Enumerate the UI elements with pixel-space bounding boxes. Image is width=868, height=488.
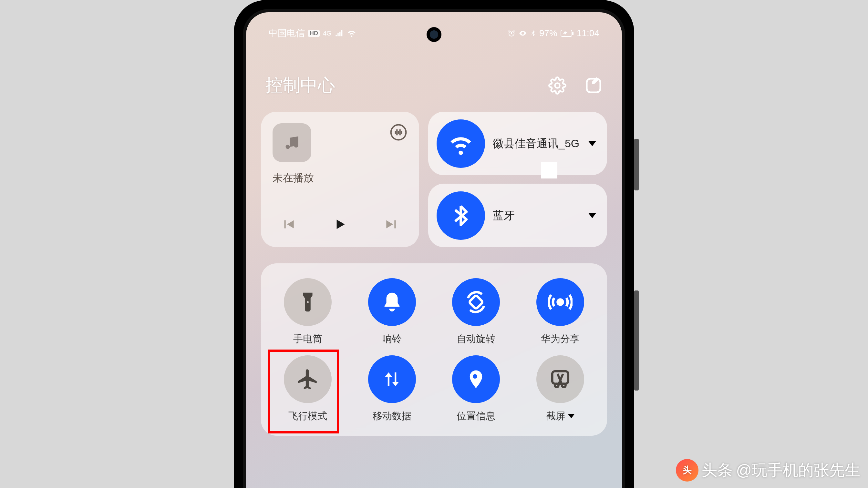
toutiao-logo-icon: 头: [676, 459, 699, 482]
svg-rect-2: [572, 32, 573, 35]
svg-point-3: [555, 83, 560, 88]
music-note-icon: [283, 134, 300, 151]
svg-rect-6: [469, 295, 483, 309]
toggle-label: 位置信息: [457, 410, 495, 423]
screenshot-icon: [550, 368, 571, 390]
page-title: 控制中心: [266, 73, 335, 97]
toggle-label: 飞行模式: [288, 410, 327, 423]
flashlight-toggle[interactable]: 手电筒: [274, 278, 342, 346]
bell-icon: [381, 291, 403, 314]
toggle-label: 手电筒: [293, 332, 322, 346]
airplane-icon: [296, 367, 320, 391]
media-player-card[interactable]: 未在播放: [261, 112, 419, 247]
bluetooth-icon: [530, 29, 536, 38]
wifi-toggle-card[interactable]: 徽县佳音通讯_5G: [428, 112, 607, 175]
previous-track-button[interactable]: [280, 216, 297, 232]
rotate-icon: [464, 290, 488, 314]
wifi-name-label: 徽县佳音通讯_5G: [493, 136, 581, 151]
svg-point-7: [558, 299, 563, 305]
bluetooth-toggle-card[interactable]: 蓝牙: [428, 184, 607, 247]
location-pin-icon: [465, 368, 487, 390]
huawei-share-toggle[interactable]: 华为分享: [526, 278, 594, 346]
wifi-icon: [347, 29, 356, 38]
next-track-button[interactable]: [383, 216, 400, 232]
chevron-down-icon[interactable]: [568, 414, 575, 418]
cast-audio-icon[interactable]: [390, 123, 407, 141]
quick-toggles-panel: 手电筒 响铃 自动旋转 华为分享: [261, 263, 607, 436]
watermark-prefix: 头条: [702, 460, 733, 481]
location-toggle[interactable]: 位置信息: [442, 355, 510, 423]
share-signal-icon: [548, 290, 572, 314]
phone-side-button: [634, 290, 639, 391]
bluetooth-icon: [437, 191, 485, 240]
watermark-handle: @玩手机的张先生: [736, 460, 860, 481]
toggle-label: 自动旋转: [457, 332, 495, 346]
watermark: 头 头条 @玩手机的张先生: [676, 459, 860, 482]
svg-rect-1: [561, 30, 572, 36]
airplane-mode-toggle[interactable]: 飞行模式: [274, 355, 342, 423]
flashlight-icon: [297, 291, 319, 314]
control-center-header: 控制中心: [246, 73, 622, 97]
screenshot-toggle[interactable]: 截屏: [526, 355, 594, 423]
signal-icon: [335, 29, 344, 38]
ringer-toggle[interactable]: 响铃: [358, 278, 426, 346]
album-art-placeholder: [273, 123, 311, 162]
clock: 11:04: [577, 28, 599, 38]
camera-hole: [427, 27, 441, 42]
media-status-label: 未在播放: [273, 171, 407, 185]
hd-badge: HD: [308, 30, 320, 37]
bluetooth-label: 蓝牙: [493, 208, 581, 222]
chevron-down-icon[interactable]: [588, 213, 596, 218]
overlay-artifact: [541, 162, 557, 178]
battery-percent: 97%: [539, 28, 557, 38]
battery-icon: [561, 30, 574, 37]
autorotate-toggle[interactable]: 自动旋转: [442, 278, 510, 346]
toggle-label: 截屏: [546, 410, 565, 423]
network-label: 4G: [323, 30, 332, 37]
toggle-label: 响铃: [382, 332, 402, 346]
edit-icon[interactable]: [585, 76, 602, 95]
toggle-label: 移动数据: [373, 410, 411, 423]
toggle-label: 华为分享: [541, 332, 580, 346]
phone-screen: 中国电信 HD 4G 97% 11:04 控制中心: [246, 12, 622, 488]
carrier-label: 中国电信: [269, 27, 305, 39]
alarm-icon: [507, 29, 516, 37]
chevron-down-icon[interactable]: [588, 141, 596, 146]
phone-device-frame: 中国电信 HD 4G 97% 11:04 控制中心: [234, 0, 634, 488]
phone-side-button: [634, 139, 639, 190]
mobile-data-toggle[interactable]: 移动数据: [358, 355, 426, 423]
settings-icon[interactable]: [548, 76, 566, 95]
play-button[interactable]: [332, 216, 348, 232]
wifi-icon: [437, 120, 485, 168]
data-arrows-icon: [382, 369, 402, 390]
eye-icon: [519, 29, 527, 37]
